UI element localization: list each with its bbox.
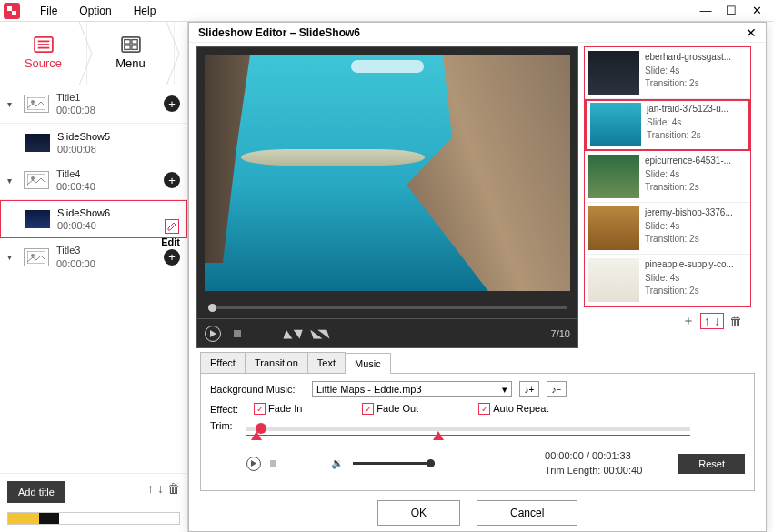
menu-option[interactable]: Option xyxy=(68,5,122,17)
slide-list-item[interactable]: eberhard-grossgast...Slide: 4sTransition… xyxy=(585,47,750,99)
minimize-icon[interactable]: — xyxy=(693,4,718,17)
music-tabs: Effect Transition Text Music xyxy=(200,352,755,374)
svg-marker-18 xyxy=(251,460,256,467)
maximize-icon[interactable]: ☐ xyxy=(718,4,744,17)
add-slide-icon[interactable]: ＋ xyxy=(682,313,695,329)
reset-button[interactable]: Reset xyxy=(678,454,745,474)
slide-list-item[interactable]: epicurrence-64531-...Slide: 4sTransition… xyxy=(585,151,750,203)
slide-down-icon[interactable]: ↓ xyxy=(714,314,720,328)
title-name: Title4 xyxy=(56,167,95,180)
tab-effect[interactable]: Effect xyxy=(200,352,246,373)
slide-thumb xyxy=(25,210,50,228)
remove-music-icon[interactable]: ♪− xyxy=(547,381,567,397)
preview-viewport xyxy=(196,46,578,319)
add-music-icon[interactable]: ♪+ xyxy=(519,381,539,397)
expand-icon[interactable]: ▾ xyxy=(7,99,16,109)
fadein-checkbox[interactable]: ✓Fade In xyxy=(254,403,302,415)
effect-label: Effect: xyxy=(210,404,246,415)
preview-pane: ◣◥ ◣◥ 7/10 xyxy=(196,46,578,348)
title-duration: 00:00:40 xyxy=(56,180,95,193)
title-duration: 00:00:00 xyxy=(56,257,95,270)
dialog-title: Slideshow Editor – SlideShow6 xyxy=(198,26,360,39)
menu-file[interactable]: File xyxy=(29,5,68,17)
preview-image xyxy=(205,55,570,291)
edit-icon[interactable] xyxy=(165,219,179,234)
svg-rect-0 xyxy=(7,6,12,11)
tab-menu[interactable]: Menu xyxy=(87,22,175,85)
slide-up-icon[interactable]: ↑ xyxy=(704,314,710,328)
fadeout-checkbox[interactable]: ✓Fade Out xyxy=(362,403,418,415)
time-readout: 00:00:00 / 00:01:33 xyxy=(545,449,642,463)
tab-source[interactable]: Source xyxy=(0,22,87,85)
bg-music-select[interactable]: Little Maps - Eddie.mp3▾ xyxy=(312,381,512,397)
add-icon[interactable]: + xyxy=(164,172,180,188)
slide-counter: 7/10 xyxy=(551,328,570,339)
slide-name: SlideShow5 xyxy=(57,130,110,143)
timeline[interactable] xyxy=(7,512,180,525)
dialog-close-icon[interactable]: ✕ xyxy=(746,25,757,40)
app-icon xyxy=(4,3,20,19)
slide-list-item-selected[interactable]: jan-traid-375123-u...Slide: 4sTransition… xyxy=(585,99,750,151)
tab-music[interactable]: Music xyxy=(345,353,391,374)
sidebar-tabs: Source Menu xyxy=(0,22,187,85)
svg-rect-9 xyxy=(124,45,129,50)
trash-icon[interactable]: 🗑 xyxy=(167,481,180,496)
expand-icon[interactable]: ▾ xyxy=(7,252,16,262)
trim-stop-icon[interactable] xyxy=(270,460,276,467)
ok-button[interactable]: OK xyxy=(377,500,460,526)
add-title-button[interactable]: Add title xyxy=(7,481,65,503)
trim-in-handle[interactable] xyxy=(251,431,262,440)
tab-transition[interactable]: Transition xyxy=(245,352,308,373)
rotate-left-icon[interactable]: ◣◥ xyxy=(283,326,302,340)
title-list: ▾ Title100:00:08 + SlideShow500:00:08 ▾ … xyxy=(0,85,187,473)
slide-name: SlideShow6 xyxy=(57,206,110,219)
close-icon[interactable]: ✕ xyxy=(744,4,769,17)
menu-help[interactable]: Help xyxy=(123,5,167,17)
move-down-icon[interactable]: ↓ xyxy=(157,481,164,496)
slideshow-editor-dialog: Slideshow Editor – SlideShow6 ✕ xyxy=(188,22,767,532)
stop-icon[interactable] xyxy=(234,330,241,337)
menubar: File Option Help — ☐ ✕ xyxy=(0,0,773,22)
move-up-icon[interactable]: ↑ xyxy=(147,481,154,496)
title-name: Title3 xyxy=(56,244,95,256)
title-row[interactable]: ▾ Title400:00:40 + xyxy=(0,162,187,200)
progress-bar[interactable] xyxy=(208,306,567,309)
slide-row-selected[interactable]: SlideShow600:00:40 xyxy=(0,200,187,239)
title-row[interactable]: ▾ Title100:00:08 + xyxy=(0,85,187,124)
trim-play-icon[interactable] xyxy=(246,457,261,471)
trim-length-readout: Trim Length: 00:00:40 xyxy=(545,464,642,477)
delete-slide-icon[interactable]: 🗑 xyxy=(729,314,742,328)
bg-music-label: Background Music: xyxy=(210,384,305,395)
slide-row[interactable]: SlideShow500:00:08 xyxy=(0,124,187,163)
svg-rect-1 xyxy=(12,11,16,15)
slide-list: eberhard-grossgast...Slide: 4sTransition… xyxy=(584,46,751,307)
tab-menu-label: Menu xyxy=(115,56,146,70)
play-icon[interactable] xyxy=(205,326,221,342)
rotate-right-icon[interactable]: ◣◥ xyxy=(310,326,329,340)
tab-source-label: Source xyxy=(25,56,62,70)
volume-icon[interactable]: 🔉 xyxy=(331,457,344,469)
slide-list-item[interactable]: pineapple-supply-co...Slide: 4sTransitio… xyxy=(585,255,750,306)
svg-rect-8 xyxy=(131,40,136,45)
trim-out-handle[interactable] xyxy=(433,431,444,440)
slide-list-tools: ＋ ↑↓ 🗑 xyxy=(584,307,751,329)
slide-list-item[interactable]: jeremy-bishop-3376...Slide: 4sTransition… xyxy=(585,203,750,255)
sidebar-footer: Add title ↑ ↓ 🗑 xyxy=(0,473,187,532)
autorepeat-checkbox[interactable]: ✓Auto Repeat xyxy=(478,403,548,415)
tab-text[interactable]: Text xyxy=(307,352,346,373)
preview-controls: ◣◥ ◣◥ 7/10 xyxy=(196,319,578,348)
sidebar: Source Menu ▾ Title100:00:08 + SlideShow… xyxy=(0,22,188,532)
add-icon[interactable]: + xyxy=(164,95,180,112)
cancel-button[interactable]: Cancel xyxy=(477,500,577,526)
svg-rect-7 xyxy=(124,40,129,45)
title-row[interactable]: ▾ Title300:00:00 + xyxy=(0,238,187,276)
trim-slider[interactable] xyxy=(246,420,690,446)
volume-slider[interactable] xyxy=(353,462,435,465)
expand-icon[interactable]: ▾ xyxy=(7,176,16,186)
slide-duration: 00:00:40 xyxy=(57,219,110,232)
chevron-down-icon: ▾ xyxy=(502,384,507,396)
dialog-buttons: OK Cancel xyxy=(189,491,766,531)
title-name: Title1 xyxy=(56,91,95,104)
title-thumb xyxy=(24,171,49,189)
add-icon[interactable]: + xyxy=(164,249,180,266)
